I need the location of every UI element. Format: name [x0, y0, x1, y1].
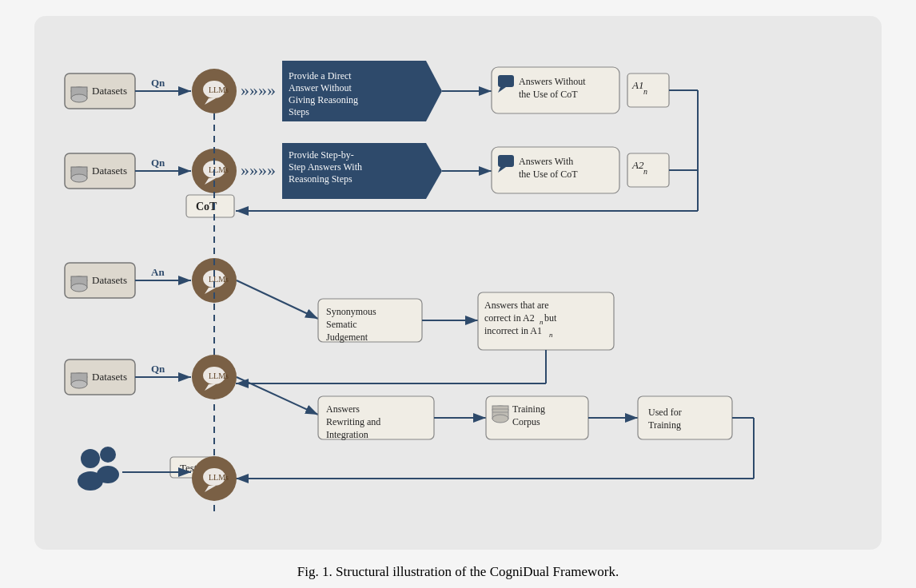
dataset-3-label: Datasets	[92, 274, 127, 286]
dataset-2-label: Datasets	[92, 165, 127, 177]
svg-text:Training: Training	[648, 419, 681, 431]
svg-text:Provide a Direct: Provide a Direct	[289, 70, 352, 81]
a1n-box: A1 n	[627, 74, 669, 107]
svg-point-86	[81, 449, 100, 468]
llm-5: LLMs	[192, 456, 237, 501]
llm-1: LLMs	[192, 69, 237, 113]
an-label: An	[151, 266, 165, 278]
svg-point-78	[492, 415, 508, 423]
diagram-svg: Datasets Qn LLMs »»»» Provide a Direct A…	[50, 35, 866, 530]
svg-text:the Use of CoT: the Use of CoT	[519, 89, 578, 100]
training-corpus-box: Training Corpus	[486, 396, 588, 439]
correct-a2-box: Answers that are correct in A2 n but inc…	[478, 292, 614, 350]
svg-point-66	[71, 380, 87, 388]
chevron-2: »»»»	[241, 160, 276, 180]
svg-text:A2: A2	[631, 159, 644, 171]
svg-text:Answers Without: Answers Without	[519, 76, 586, 87]
svg-text:correct in A2: correct in A2	[484, 312, 535, 324]
svg-text:Sematic: Sematic	[326, 319, 357, 330]
step-answer-box: Provide Step-by- Step Answers With Reaso…	[282, 143, 442, 199]
dataset-3: Datasets	[65, 263, 135, 298]
a2n-box: A2 n	[627, 153, 669, 187]
dataset-1: Datasets	[65, 74, 135, 109]
dataset-4-label: Datasets	[92, 371, 127, 383]
svg-text:LLMs: LLMs	[209, 165, 229, 174]
svg-text:the Use of CoT: the Use of CoT	[519, 169, 578, 180]
svg-text:Giving Reasoning: Giving Reasoning	[289, 94, 358, 105]
svg-text:A1: A1	[631, 79, 643, 91]
svg-text:n: n	[643, 167, 647, 176]
svg-text:n: n	[643, 87, 647, 96]
svg-text:Reasoning Steps: Reasoning Steps	[289, 173, 352, 185]
svg-point-5	[71, 94, 87, 102]
arrow-llm3-syn	[237, 280, 318, 319]
svg-text:Steps: Steps	[289, 106, 309, 117]
svg-text:but: but	[544, 312, 557, 324]
svg-point-26	[71, 174, 87, 182]
dataset-1-label: Datasets	[92, 85, 127, 97]
people-icon	[78, 447, 119, 491]
svg-text:Corpus: Corpus	[512, 416, 540, 427]
svg-text:LLMs: LLMs	[209, 85, 229, 94]
answers-cot-box: Answers With the Use of CoT	[492, 147, 619, 193]
svg-text:Integration: Integration	[326, 429, 368, 440]
used-for-training-box: Used for Training	[638, 396, 732, 439]
svg-text:Training: Training	[512, 403, 545, 415]
svg-point-89	[97, 466, 119, 483]
svg-text:Answers: Answers	[326, 403, 360, 415]
svg-text:Answer Without: Answer Without	[289, 82, 352, 93]
svg-point-88	[100, 447, 116, 463]
svg-text:Answers that are: Answers that are	[484, 300, 549, 311]
figure-caption: Fig. 1. Structural illustration of the C…	[297, 564, 619, 580]
svg-text:LLMs: LLMs	[209, 275, 229, 284]
synonymous-box: Synonymous Sematic Judgement	[318, 299, 422, 343]
dataset-2: Datasets	[65, 153, 135, 189]
chevron-1: »»»»	[241, 80, 276, 100]
answers-rewriting-box: Answers Rewriting and Integration	[318, 396, 434, 440]
svg-text:Rewriting and: Rewriting and	[326, 416, 380, 427]
svg-text:n: n	[549, 331, 553, 339]
direct-answer-box: Provide a Direct Answer Without Giving R…	[282, 61, 442, 121]
svg-text:Answers With: Answers With	[519, 156, 573, 167]
svg-text:incorrect in A1: incorrect in A1	[484, 325, 542, 336]
svg-text:LLMs: LLMs	[209, 371, 229, 380]
diagram-container: Datasets Qn LLMs »»»» Provide a Direct A…	[34, 16, 882, 550]
qn-label-2: Qn	[151, 157, 165, 169]
svg-text:LLMs: LLMs	[209, 473, 229, 482]
svg-text:Provide Step-by-: Provide Step-by-	[289, 149, 354, 161]
qn-label-1: Qn	[151, 77, 165, 89]
svg-text:Used for: Used for	[648, 407, 682, 418]
answers-no-cot-box: Answers Without the Use of CoT	[492, 67, 619, 113]
svg-point-47	[71, 284, 87, 292]
svg-text:Judgement: Judgement	[326, 332, 368, 343]
dataset-4: Datasets	[65, 360, 135, 395]
svg-text:Synonymous: Synonymous	[326, 306, 376, 317]
qn-label-4: Qn	[151, 363, 165, 375]
svg-rect-37	[498, 155, 514, 167]
llm-4: LLMs	[192, 355, 237, 399]
svg-rect-16	[498, 75, 514, 87]
cot-box: CoT	[186, 195, 234, 217]
svg-rect-83	[638, 396, 732, 439]
svg-text:Step Answers With: Step Answers With	[289, 161, 362, 173]
